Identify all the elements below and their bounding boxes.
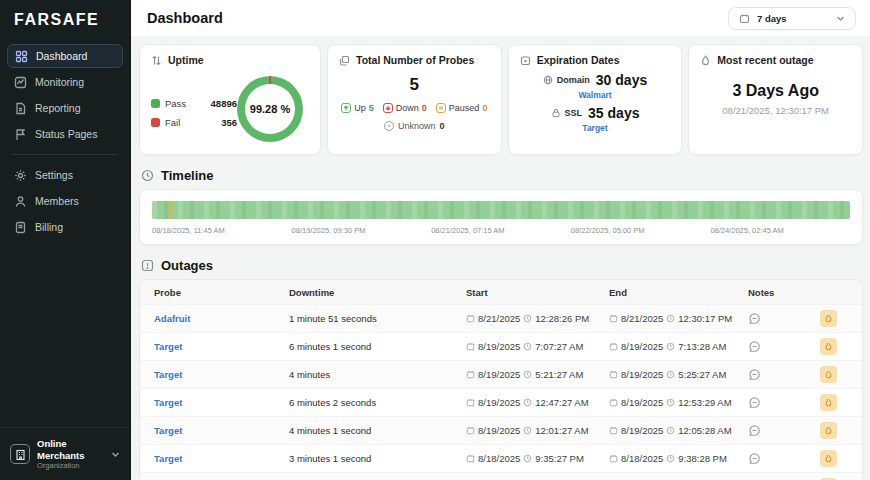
date-range-select[interactable]: 7 days bbox=[728, 7, 856, 30]
uptime-pass-row: Pass 48896 bbox=[151, 98, 237, 109]
sidebar: FARSAFE Dashboard Monitoring Reporting S… bbox=[0, 0, 131, 480]
domain-link[interactable]: Walmart bbox=[578, 90, 611, 100]
calendar-dot-icon bbox=[520, 55, 531, 66]
unknown-clock-icon bbox=[384, 121, 394, 131]
alert-droplet-button[interactable] bbox=[820, 310, 837, 327]
timeline-label: 08/24/2025, 02:45 AM bbox=[710, 226, 850, 235]
calendar-icon bbox=[466, 314, 475, 323]
alert-droplet-button[interactable] bbox=[820, 394, 837, 411]
outages-title: Outages bbox=[161, 258, 213, 273]
start-cell: 8/19/2025 7:07:27 AM bbox=[466, 341, 609, 352]
note-comment-icon[interactable] bbox=[748, 312, 820, 325]
timeline-card: 08/18/2025, 11:45 AM 08/19/2025, 09:30 P… bbox=[139, 189, 863, 245]
ssl-link[interactable]: Target bbox=[582, 123, 607, 133]
clock-icon bbox=[523, 454, 532, 463]
outages-table-body: Adafruit 1 minute 51 seconds 8/21/2025 1… bbox=[140, 304, 862, 480]
col-start: Start bbox=[466, 287, 609, 298]
col-downtime: Downtime bbox=[289, 287, 466, 298]
sidebar-item-label: Reporting bbox=[35, 102, 81, 114]
alert-droplet-button[interactable] bbox=[820, 450, 837, 467]
grid-icon bbox=[15, 50, 28, 63]
timeline-section-header: Timeline bbox=[141, 168, 863, 183]
lock-icon bbox=[551, 108, 561, 118]
timeline-title: Timeline bbox=[161, 168, 214, 183]
start-date: 8/18/2025 bbox=[478, 453, 520, 464]
expiration-card: Expiration Dates Domain 30 days Walmart … bbox=[508, 44, 683, 155]
sidebar-item-label: Members bbox=[35, 195, 79, 207]
timeline-bar-stripes bbox=[152, 201, 850, 219]
expiration-card-title: Expiration Dates bbox=[537, 54, 620, 66]
fail-label: Fail bbox=[165, 117, 180, 128]
alert-droplet-button[interactable] bbox=[820, 366, 837, 383]
outages-table-header: Probe Downtime Start End Notes bbox=[140, 280, 862, 304]
timeline-label: 08/22/2025, 05:00 PM bbox=[571, 226, 711, 235]
organization-info: Online Merchants Organization bbox=[37, 438, 104, 470]
organization-switcher[interactable]: Online Merchants Organization bbox=[0, 427, 130, 480]
calendar-icon bbox=[466, 342, 475, 351]
unknown-label: Unknown bbox=[398, 121, 436, 131]
paused-label: Paused bbox=[449, 103, 480, 113]
note-comment-icon[interactable] bbox=[748, 396, 820, 409]
up-label: Up bbox=[354, 103, 366, 113]
paused-value: 0 bbox=[482, 103, 487, 113]
note-comment-icon[interactable] bbox=[748, 452, 820, 465]
outage-row bbox=[140, 472, 862, 480]
probe-link[interactable]: Target bbox=[154, 369, 289, 380]
note-comment-icon[interactable] bbox=[748, 340, 820, 353]
alert-droplet-button[interactable] bbox=[820, 422, 837, 439]
col-probe: Probe bbox=[154, 287, 289, 298]
sidebar-item-members[interactable]: Members bbox=[7, 189, 123, 213]
sidebar-item-label: Monitoring bbox=[35, 76, 84, 88]
probe-link[interactable]: Target bbox=[154, 453, 289, 464]
note-comment-icon[interactable] bbox=[748, 368, 820, 381]
pass-swatch bbox=[151, 99, 160, 108]
sidebar-item-status-pages[interactable]: Status Pages bbox=[7, 122, 123, 146]
uptime-legend: Pass 48896 Fail 356 bbox=[151, 98, 237, 128]
note-comment-icon[interactable] bbox=[748, 424, 820, 437]
person-icon bbox=[14, 195, 27, 208]
outages-table: Probe Downtime Start End Notes Adafruit … bbox=[139, 279, 863, 480]
end-date: 8/19/2025 bbox=[621, 397, 663, 408]
gear-icon bbox=[14, 169, 27, 182]
start-cell: 8/19/2025 12:01:27 AM bbox=[466, 425, 609, 436]
probe-link[interactable]: Target bbox=[154, 341, 289, 352]
sidebar-item-billing[interactable]: Billing bbox=[7, 215, 123, 239]
sidebar-nav: Dashboard Monitoring Reporting Status Pa… bbox=[0, 42, 130, 427]
start-date: 8/19/2025 bbox=[478, 425, 520, 436]
recent-outage-card-title: Most recent outage bbox=[717, 54, 813, 66]
probes-card: Total Number of Probes 5 Up 5 Down 0 bbox=[327, 44, 502, 155]
globe-icon bbox=[543, 75, 553, 85]
end-date: 8/21/2025 bbox=[621, 313, 663, 324]
sidebar-item-monitoring[interactable]: Monitoring bbox=[7, 70, 123, 94]
clock-icon bbox=[523, 426, 532, 435]
alert-droplet-button[interactable] bbox=[820, 338, 837, 355]
recent-outage-body: 3 Days Ago 08/21/2025, 12:30:17 PM bbox=[700, 82, 851, 116]
paused-icon bbox=[436, 103, 446, 113]
calendar-icon bbox=[609, 426, 618, 435]
recent-outage-card: Most recent outage 3 Days Ago 08/21/2025… bbox=[688, 44, 863, 155]
outage-row: Target 6 minutes 2 seconds 8/19/2025 12:… bbox=[140, 388, 862, 416]
outage-row: Adafruit 1 minute 51 seconds 8/21/2025 1… bbox=[140, 304, 862, 332]
building-icon bbox=[10, 444, 30, 464]
unknown-value: 0 bbox=[440, 121, 445, 131]
flag-icon bbox=[14, 128, 27, 141]
start-time: 12:28:26 PM bbox=[535, 313, 589, 324]
probe-link[interactable]: Adafruit bbox=[154, 313, 289, 324]
sidebar-item-label: Settings bbox=[35, 169, 73, 181]
timeline-labels: 08/18/2025, 11:45 AM 08/19/2025, 09:30 P… bbox=[152, 226, 850, 235]
end-date: 8/19/2025 bbox=[621, 425, 663, 436]
probe-link[interactable]: Target bbox=[154, 425, 289, 436]
probe-link[interactable]: Target bbox=[154, 397, 289, 408]
uptime-card: Uptime Pass 48896 Fail bbox=[139, 44, 321, 155]
sidebar-item-settings[interactable]: Settings bbox=[7, 163, 123, 187]
end-cell: 8/18/2025 9:38:28 PM bbox=[609, 453, 748, 464]
page-title: Dashboard bbox=[147, 10, 223, 26]
outages-section-header: Outages bbox=[141, 258, 863, 273]
col-notes: Notes bbox=[748, 287, 820, 298]
sidebar-item-dashboard[interactable]: Dashboard bbox=[7, 44, 123, 68]
timeline-bar[interactable] bbox=[152, 201, 850, 219]
domain-days: 30 days bbox=[596, 72, 647, 88]
sidebar-item-reporting[interactable]: Reporting bbox=[7, 96, 123, 120]
downtime-value: 1 minute 51 seconds bbox=[289, 313, 466, 324]
report-icon bbox=[14, 102, 27, 115]
